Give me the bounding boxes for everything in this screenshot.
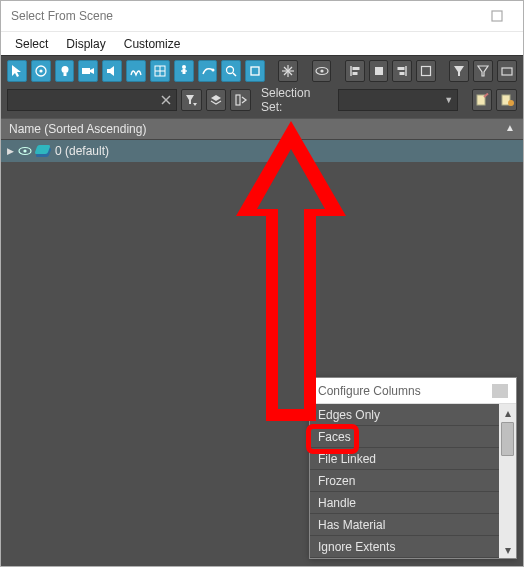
list-item[interactable]: Ignore Extents (310, 536, 499, 558)
tool-target[interactable] (31, 60, 51, 82)
tool-document-pencil[interactable] (472, 89, 493, 111)
popup-body: Edges Only Faces File Linked Frozen Hand… (310, 404, 516, 558)
menu-customize[interactable]: Customize (124, 37, 181, 51)
box-icon (248, 64, 262, 78)
tool-snowflake[interactable] (278, 60, 298, 82)
biped-icon (177, 64, 191, 78)
list-item[interactable]: Faces (310, 426, 499, 448)
selection-set-dropdown[interactable]: ▼ (338, 89, 458, 111)
tool-right-align[interactable] (392, 60, 412, 82)
column-header-name[interactable]: Name (Sorted Ascending) ▲ (1, 118, 523, 140)
box-outline-icon (419, 64, 433, 78)
tool-layers-stack[interactable] (206, 89, 227, 111)
list-item-label: Ignore Extents (318, 540, 395, 554)
svg-point-14 (227, 67, 234, 74)
cursor-icon (10, 64, 24, 78)
list-item[interactable]: Frozen (310, 470, 499, 492)
tool-left-align[interactable] (345, 60, 365, 82)
close-button[interactable] (479, 5, 515, 27)
list-item[interactable]: Edges Only (310, 404, 499, 426)
svg-rect-30 (422, 67, 431, 76)
tool-filter-dropdown[interactable] (181, 89, 202, 111)
popup-titlebar: Configure Columns (310, 378, 516, 404)
titlebar: Select From Scene (1, 1, 523, 31)
box-small-icon (500, 64, 514, 78)
list-item[interactable]: Handle (310, 492, 499, 514)
list-item-label: Faces (318, 430, 351, 444)
svg-rect-0 (492, 11, 502, 21)
document-plus-icon (500, 93, 514, 107)
popup-scrollbar[interactable]: ▴ ▾ (499, 404, 516, 558)
list-item[interactable]: Has Material (310, 514, 499, 536)
bracket-angle-icon (234, 93, 248, 107)
svg-rect-29 (400, 72, 405, 75)
funnel-dropdown-icon (184, 93, 198, 107)
tool-biped-grid[interactable] (174, 60, 194, 82)
eye-icon[interactable] (18, 144, 32, 158)
tool-funnel-outline[interactable] (473, 60, 493, 82)
tool-bracket-angle[interactable] (230, 89, 251, 111)
list-item-label: Frozen (318, 474, 355, 488)
configure-columns-popup: Configure Columns Edges Only Faces File … (309, 377, 517, 559)
selection-set-label: Selection Set: (261, 86, 330, 114)
popup-close-button[interactable] (492, 384, 508, 398)
tool-lattice[interactable] (126, 60, 146, 82)
svg-point-10 (182, 65, 186, 69)
menubar: Select Display Customize (1, 31, 523, 55)
svg-rect-28 (398, 67, 405, 70)
search-input[interactable] (7, 89, 177, 111)
target-icon (34, 64, 48, 78)
tool-eye[interactable] (312, 60, 332, 82)
tool-camera[interactable] (78, 60, 98, 82)
tool-speaker[interactable] (102, 60, 122, 82)
list-item[interactable]: File Linked (310, 448, 499, 470)
expand-icon[interactable]: ▶ (7, 146, 14, 156)
scroll-down-button[interactable]: ▾ (499, 541, 516, 558)
svg-line-36 (484, 94, 488, 98)
svg-line-15 (233, 73, 236, 76)
window-title: Select From Scene (11, 9, 113, 23)
svg-rect-6 (107, 69, 110, 73)
tape-icon (201, 64, 215, 78)
tool-box-small[interactable] (497, 60, 517, 82)
search-clear-button[interactable] (156, 90, 176, 110)
scroll-up-button[interactable]: ▴ (499, 404, 516, 421)
scroll-thumb[interactable] (501, 422, 514, 456)
tool-plane-grid[interactable] (150, 60, 170, 82)
tool-funnel[interactable] (449, 60, 469, 82)
tool-document-plus[interactable] (496, 89, 517, 111)
svg-point-40 (23, 149, 26, 152)
svg-rect-31 (502, 68, 512, 75)
svg-rect-4 (63, 73, 66, 76)
close-icon (491, 10, 503, 22)
tool-magnifier[interactable] (221, 60, 241, 82)
toolbar-area: Selection Set: ▼ (1, 55, 523, 118)
popup-column-list: Edges Only Faces File Linked Frozen Hand… (310, 404, 499, 558)
tool-tape[interactable] (198, 60, 218, 82)
select-from-scene-window: Select From Scene Select Display Customi… (0, 0, 524, 567)
svg-rect-26 (375, 67, 383, 75)
tree-root-row[interactable]: ▶ 0 (default) (1, 140, 523, 162)
svg-point-2 (39, 69, 42, 72)
svg-point-13 (211, 69, 214, 72)
document-pencil-icon (475, 93, 489, 107)
list-item-label: Handle (318, 496, 356, 510)
lightbulb-icon (58, 64, 72, 78)
svg-rect-25 (352, 72, 357, 75)
menu-display[interactable]: Display (66, 37, 105, 51)
tool-center-align[interactable] (369, 60, 389, 82)
svg-rect-24 (352, 67, 359, 70)
funnel-icon (452, 64, 466, 78)
tree-root-label: 0 (default) (55, 144, 109, 158)
tool-box-outline[interactable] (416, 60, 436, 82)
svg-point-22 (320, 69, 323, 72)
eye-icon (315, 64, 329, 78)
toolbar-row-2: Selection Set: ▼ (7, 86, 517, 114)
tool-cursor[interactable] (7, 60, 27, 82)
tool-box[interactable] (245, 60, 265, 82)
right-align-icon (395, 64, 409, 78)
tool-lightbulb[interactable] (55, 60, 75, 82)
menu-select[interactable]: Select (15, 37, 48, 51)
speaker-icon (105, 64, 119, 78)
popup-title-label: Configure Columns (318, 384, 421, 398)
